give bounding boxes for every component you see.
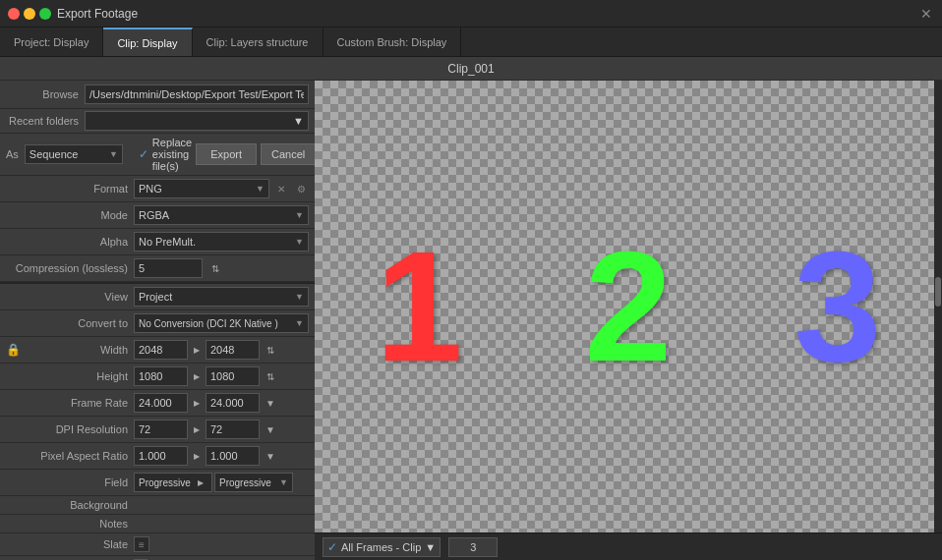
alpha-value: No PreMult. xyxy=(139,236,196,248)
format-settings-icon[interactable]: ⚙ xyxy=(293,181,309,196)
height-right-input[interactable] xyxy=(206,366,260,386)
height-label: Height xyxy=(6,370,134,382)
scrollbar-handle[interactable] xyxy=(935,277,941,307)
recent-folders-dropdown[interactable]: ▼ xyxy=(85,111,309,131)
as-label: As xyxy=(6,148,25,160)
alpha-dropdown[interactable]: No PreMult. ▼ xyxy=(134,232,309,252)
recent-dropdown-arrow: ▼ xyxy=(293,115,304,127)
field-row: Field Progressive ▶ Progressive ▼ xyxy=(0,470,315,496)
dpi-right-input[interactable] xyxy=(206,420,260,439)
as-value: Sequence xyxy=(29,148,79,160)
alpha-label: Alpha xyxy=(6,236,134,248)
pixel-aspect-right-input[interactable] xyxy=(206,446,260,466)
format-dropdown[interactable]: PNG ▼ xyxy=(134,179,269,198)
preview-panel: 1 2 3 ✓ All Frames - Clip ▼ xyxy=(315,81,942,560)
convert-to-label: Convert to xyxy=(6,317,134,329)
tab-project-display[interactable]: Project: Display xyxy=(0,28,103,56)
field-left-dropdown[interactable]: Progressive ▶ xyxy=(134,473,212,492)
format-arrow: ▼ xyxy=(256,184,265,194)
recent-folders-row: Recent folders ▼ xyxy=(0,109,315,134)
convert-to-row: Convert to No Conversion (DCI 2K Native … xyxy=(0,310,315,337)
frame-label: All Frames - Clip xyxy=(341,541,421,553)
compression-stepper[interactable]: ⇅ xyxy=(206,260,224,276)
export-footage-window: Export Footage ✕ Project: Display Clip: … xyxy=(0,0,942,560)
alpha-row: Alpha No PreMult. ▼ xyxy=(0,229,315,255)
tab-clip-display[interactable]: Clip: Display xyxy=(103,28,192,56)
dpi-left-input[interactable] xyxy=(134,420,188,439)
close-traffic-light[interactable] xyxy=(8,8,20,20)
as-dropdown[interactable]: Sequence ▼ xyxy=(25,144,123,164)
dpi-stepper[interactable]: ▼ xyxy=(262,421,279,437)
width-left-input[interactable] xyxy=(134,340,188,360)
replace-checkmark: ✓ xyxy=(139,147,148,161)
slate-row: Slate ≡ xyxy=(0,533,315,556)
height-stepper[interactable]: ⇅ xyxy=(262,368,279,384)
main-content: Browse Recent folders ▼ As Sequence ▼ ✓ xyxy=(0,81,942,560)
dpi-label: DPI Resolution xyxy=(6,423,134,435)
width-right-input[interactable] xyxy=(206,340,260,360)
field-right-value: Progressive xyxy=(219,477,271,488)
compression-input[interactable] xyxy=(134,258,203,278)
lock-aspect-ratio-row: Lock aspect ratio xyxy=(0,556,315,560)
mode-row: Mode RGBA ▼ xyxy=(0,202,315,229)
browse-path-input[interactable] xyxy=(85,84,309,104)
view-value: Project xyxy=(139,291,172,303)
convert-to-value: No Conversion (DCI 2K Native ) xyxy=(139,318,278,329)
mode-label: Mode xyxy=(6,209,134,221)
field-left-value: Progressive xyxy=(139,477,191,488)
close-button[interactable]: ✕ xyxy=(918,6,934,22)
pixel-aspect-ratio-row: Pixel Aspect Ratio ▶ ▼ xyxy=(0,443,315,470)
frame-rate-row: Frame Rate ▶ ▼ xyxy=(0,390,315,417)
field-right-dropdown[interactable]: Progressive ▼ xyxy=(214,473,293,492)
browse-row: Browse xyxy=(0,81,315,109)
pixel-aspect-ratio-label: Pixel Aspect Ratio xyxy=(6,450,134,462)
field-label: Field xyxy=(6,476,134,488)
preview-number-2: 2 xyxy=(584,228,672,385)
minimize-traffic-light[interactable] xyxy=(24,8,35,20)
height-arrow-btn[interactable]: ▶ xyxy=(190,369,204,383)
recent-folders-label: Recent folders xyxy=(6,115,85,127)
title-bar: Export Footage ✕ xyxy=(0,0,942,28)
field-arrow[interactable]: ▶ xyxy=(194,476,207,489)
tab-bar: Project: Display Clip: Display Clip: Lay… xyxy=(0,28,942,57)
maximize-traffic-light[interactable] xyxy=(39,8,51,20)
preview-scrollbar[interactable] xyxy=(934,81,942,532)
clip-filename: Clip_001 xyxy=(447,62,494,76)
width-row: 🔒 Width ▶ ⇅ xyxy=(0,337,315,364)
tab-custom-brush[interactable]: Custom Brush: Display xyxy=(324,28,462,56)
frame-rate-label: Frame Rate xyxy=(6,397,134,409)
frame-dropdown-arrow: ▼ xyxy=(425,541,436,553)
frame-dropdown[interactable]: ✓ All Frames - Clip ▼ xyxy=(323,537,441,557)
lock-icon: 🔒 xyxy=(6,343,21,357)
slate-icon-btn[interactable]: ≡ xyxy=(134,536,149,552)
pixel-aspect-arrow-btn[interactable]: ▶ xyxy=(190,449,204,463)
view-dropdown[interactable]: Project ▼ xyxy=(134,287,309,307)
format-clear-icon[interactable]: ✕ xyxy=(273,181,289,196)
frame-check: ✓ xyxy=(327,540,337,554)
frame-rate-arrow-btn[interactable]: ▶ xyxy=(190,396,204,410)
pixel-aspect-left-input[interactable] xyxy=(134,446,188,466)
height-left-input[interactable] xyxy=(134,366,188,386)
export-button[interactable]: Export xyxy=(196,143,257,165)
pixel-aspect-stepper[interactable]: ▼ xyxy=(262,448,279,464)
tab-clip-layers[interactable]: Clip: Layers structure xyxy=(193,28,324,56)
frame-rate-stepper[interactable]: ▼ xyxy=(262,395,279,411)
preview-number-1: 1 xyxy=(376,228,463,385)
window-title: Export Footage xyxy=(57,7,138,21)
dpi-arrow-btn[interactable]: ▶ xyxy=(190,422,204,436)
as-export-row: As Sequence ▼ ✓ Replace existing file(s)… xyxy=(0,134,315,176)
width-arrow-btn[interactable]: ▶ xyxy=(190,343,204,357)
height-row: Height ▶ ⇅ xyxy=(0,364,315,390)
frame-rate-left-input[interactable] xyxy=(134,393,188,413)
left-panel: Browse Recent folders ▼ As Sequence ▼ ✓ xyxy=(0,81,315,560)
mode-value: RGBA xyxy=(139,209,169,221)
background-row: Background xyxy=(0,496,315,515)
mode-arrow: ▼ xyxy=(295,210,304,220)
frame-rate-right-input[interactable] xyxy=(206,393,260,413)
mode-dropdown[interactable]: RGBA ▼ xyxy=(134,205,309,225)
frame-number-input[interactable] xyxy=(448,537,498,557)
cancel-button[interactable]: Cancel xyxy=(261,143,315,165)
width-stepper[interactable]: ⇅ xyxy=(262,342,279,358)
convert-to-dropdown[interactable]: No Conversion (DCI 2K Native ) ▼ xyxy=(134,313,309,333)
compression-label: Compression (lossless) xyxy=(6,262,134,274)
